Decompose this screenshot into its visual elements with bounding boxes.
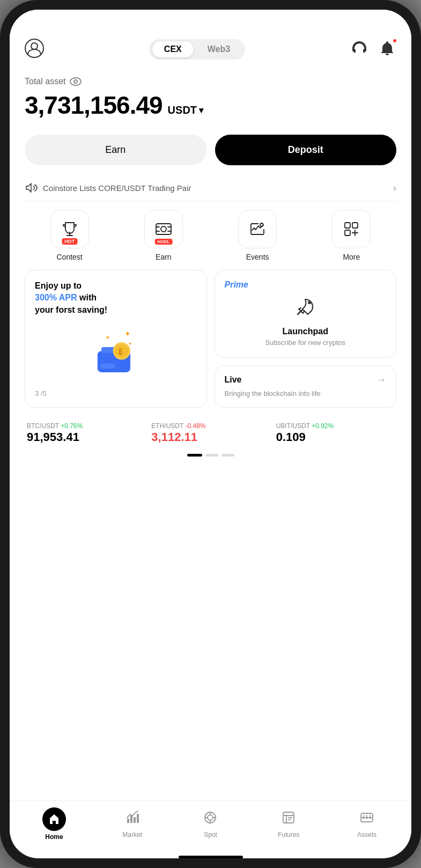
svg-text:₿: ₿ <box>118 347 122 355</box>
launchpad-title: Launchpad <box>225 327 387 336</box>
more-icon-box <box>332 210 371 248</box>
promo-pagination: 3 /5 <box>35 389 197 398</box>
events-label: Events <box>246 253 269 261</box>
svg-rect-8 <box>352 223 358 228</box>
svg-rect-4 <box>156 224 171 234</box>
svg-rect-23 <box>137 814 139 823</box>
btc-pair-label: BTC/USDT +0.76% <box>27 421 145 430</box>
svg-rect-20 <box>127 819 129 823</box>
status-bar <box>10 10 411 33</box>
live-card-header: Live → <box>225 374 387 386</box>
ticker-indicator <box>25 454 396 457</box>
apr-promo-text: Enjoy up to 300% APR with your forst sav… <box>35 280 197 316</box>
earn-label: Earn <box>156 253 172 261</box>
apr-promo-content: Enjoy up to 300% APR with your forst sav… <box>35 280 197 316</box>
quick-action-contest[interactable]: HOT Contest <box>25 210 114 261</box>
svg-point-2 <box>70 78 81 85</box>
notification-button[interactable] <box>378 39 396 59</box>
main-content: Total asset 3,731,156.49 USDT ▾ Earn <box>10 67 411 800</box>
market-nav-label: Market <box>122 831 142 838</box>
quick-action-events[interactable]: Events <box>213 210 302 261</box>
phone-screen: CEX Web3 <box>10 10 411 858</box>
spot-nav-label: Spot <box>204 831 217 838</box>
svg-point-5 <box>161 226 166 232</box>
svg-point-1 <box>31 43 38 49</box>
svg-text:✦: ✦ <box>128 341 132 346</box>
web3-tab[interactable]: Web3 <box>196 41 242 57</box>
apr-promo-card[interactable]: Enjoy up to 300% APR with your forst sav… <box>25 270 207 408</box>
market-icon <box>125 810 140 829</box>
contest-label: Contest <box>57 253 83 261</box>
contest-badge: HOT <box>62 238 77 245</box>
svg-rect-9 <box>345 230 350 236</box>
announcement-arrow-icon: › <box>393 182 396 194</box>
right-promo-stack: Prime Launchpad Subscribe for new crypto… <box>215 270 397 408</box>
trophy-icon <box>60 219 79 239</box>
quick-actions-grid: HOT Contest HODL Earn <box>25 210 396 261</box>
home-nav-label: Home <box>45 833 63 841</box>
cex-tab[interactable]: CEX <box>152 41 194 57</box>
ubit-price: 0.109 <box>276 430 394 444</box>
eth-pair-label: ETH/USDT -0.48% <box>151 421 269 430</box>
events-icon-box <box>238 210 277 248</box>
live-title: Live <box>225 375 242 385</box>
dot-active <box>187 454 202 457</box>
eth-price: 3,112.11 <box>151 430 269 444</box>
live-arrow-icon: → <box>376 374 386 386</box>
earn-icon <box>154 219 173 239</box>
total-asset-section: Total asset 3,731,156.49 USDT ▾ <box>25 67 396 125</box>
contest-icon-box: HOT <box>50 210 89 248</box>
asset-amount: 3,731,156.49 <box>25 91 163 120</box>
svg-text:✦: ✦ <box>124 329 131 338</box>
svg-rect-7 <box>345 223 350 228</box>
btc-price: 91,953.41 <box>27 430 145 444</box>
ticker-btc[interactable]: BTC/USDT +0.76% 91,953.41 <box>25 416 147 448</box>
earn-icon-box: HODL <box>144 210 183 248</box>
launchpad-icon <box>225 295 387 323</box>
announcement-bar[interactable]: Coinstore Lists CORE/USDT Trading Pair › <box>25 175 396 201</box>
quick-action-earn[interactable]: HODL Earn <box>119 210 208 261</box>
nav-spot[interactable]: Spot <box>191 810 229 838</box>
ubit-change: +0.92% <box>312 422 334 430</box>
total-asset-text: Total asset <box>25 77 65 86</box>
ticker-ubit[interactable]: UBIT/USDT +0.92% 0.109 <box>274 416 396 448</box>
ticker-eth[interactable]: ETH/USDT -0.48% 3,112.11 <box>149 416 271 448</box>
notification-dot <box>392 38 397 43</box>
asset-currency[interactable]: USDT ▾ <box>168 104 203 116</box>
total-asset-label: Total asset <box>25 77 396 86</box>
visibility-icon[interactable] <box>70 77 82 86</box>
launchpad-sub: Subscribe for new cryptos <box>225 339 387 348</box>
home-indicator <box>179 856 243 858</box>
megaphone-icon <box>25 181 38 194</box>
header: CEX Web3 <box>10 33 411 67</box>
svg-point-25 <box>208 815 213 820</box>
dot-inactive-2 <box>221 454 234 457</box>
live-card[interactable]: Live → Bringing the blockchain into life <box>215 365 397 408</box>
btc-change: +0.76% <box>61 422 83 430</box>
promo-cards-grid: Enjoy up to 300% APR with your forst sav… <box>25 270 396 408</box>
more-label: More <box>343 253 360 261</box>
futures-nav-label: Futures <box>278 831 300 838</box>
support-button[interactable] <box>350 39 368 59</box>
tab-switcher: CEX Web3 <box>149 39 245 60</box>
nav-futures[interactable]: Futures <box>270 810 307 838</box>
nav-assets[interactable]: Assets <box>348 810 386 838</box>
events-icon <box>248 219 267 239</box>
eth-change: -0.48% <box>185 422 205 430</box>
futures-icon <box>281 810 296 829</box>
deposit-button[interactable]: Deposit <box>215 135 397 165</box>
announcement-text: Coinstore Lists CORE/USDT Trading Pair <box>43 183 191 193</box>
assets-icon <box>359 810 374 829</box>
nav-home[interactable]: Home <box>35 807 73 841</box>
wallet-svg: ✦ ✦ ✦ ₿ <box>92 328 140 377</box>
header-left <box>25 39 44 60</box>
svg-point-19 <box>308 301 311 304</box>
phone-shell: CEX Web3 <box>0 0 421 868</box>
launchpad-card[interactable]: Prime Launchpad Subscribe for new crypto… <box>215 270 397 358</box>
earn-button[interactable]: Earn <box>25 135 206 165</box>
profile-button[interactable] <box>25 39 44 60</box>
nav-market[interactable]: Market <box>114 810 151 838</box>
svg-rect-15 <box>100 363 115 368</box>
announcement-content: Coinstore Lists CORE/USDT Trading Pair <box>25 181 191 194</box>
quick-action-more[interactable]: More <box>307 210 396 261</box>
